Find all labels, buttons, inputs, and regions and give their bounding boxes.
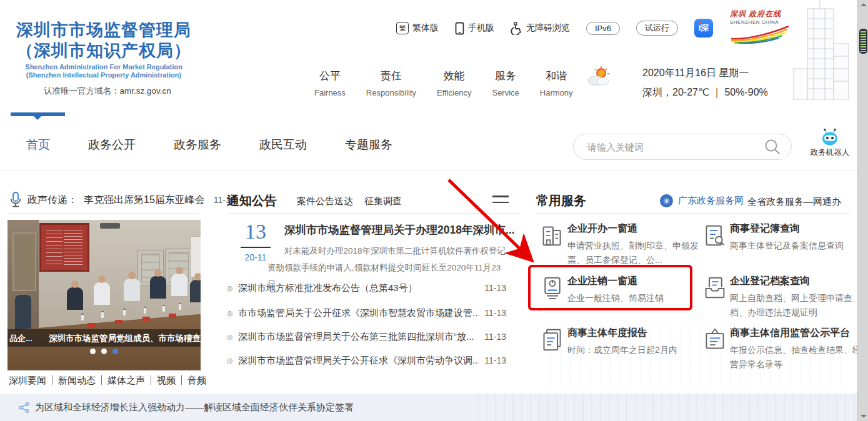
main-nav: 首页 政务公开 政务服务 政民互动 专题服务 [26, 137, 392, 153]
value-cn: 公平 [314, 69, 346, 83]
notice-list-item[interactable]: ◎ 市市场监管局关于公开征求《深圳市智慧农贸市场建设管... 11-13 [227, 307, 506, 321]
value-en: Service [492, 88, 519, 97]
ticker-headline[interactable]: 李克强出席第15届东亚峰会 [84, 194, 205, 207]
portal-note-link[interactable]: 全省政务服务—网通办 [747, 196, 841, 208]
bullet-icon: ◎ [227, 333, 233, 341]
person-silhouette [94, 282, 110, 305]
ishenzhen-app-icon[interactable]: i深 [694, 19, 713, 37]
official-domain-note: 认准唯一官方域名：amr.sz.gov.cn [44, 86, 171, 97]
notice-list-item[interactable]: ◎ 深圳市市场监督管理局关于公开征求《深圳市劳动争议调... 11-13 [227, 355, 506, 369]
carousel-caption-bar: 品企... 深圳市市场监管局党组成员、市市场稽查局局 [7, 329, 201, 347]
service-title: 企业登记档案查询 [730, 275, 810, 288]
search-box [573, 134, 792, 160]
banner-headline[interactable]: 为区域和全球经济增长注入强劲动力——解读区域全面经济伙伴关系协定签署 [35, 402, 354, 414]
link-media-voice[interactable]: 媒体之声 [102, 375, 151, 385]
core-values-row: 公平 Fairness 责任 Responsibility 效能 Efficie… [314, 69, 573, 97]
link-news-updates[interactable]: 新闻动态 [52, 375, 102, 385]
value-cn: 和谐 [540, 69, 573, 83]
trial-run-badge[interactable]: 试运行 [636, 21, 678, 36]
value-cn: 服务 [492, 69, 519, 83]
carousel-prev-caption[interactable]: 品企... [9, 333, 32, 344]
notice-title: 深圳市市场监督管理局关于公开征求《深圳市劳动争议调... [238, 355, 479, 367]
portal-link-label: 广东政务服务网 [678, 195, 744, 207]
accessibility-label: 无障碍浏览 [526, 22, 570, 34]
mobile-label: 手机版 [468, 22, 494, 34]
carousel-dot-3[interactable] [112, 349, 118, 354]
nav-interaction[interactable]: 政民互动 [259, 137, 307, 153]
notice-date: 11-13 [484, 332, 506, 342]
value-en: Efficiency [437, 88, 471, 97]
news-ticker: 政声传递： 李克强出席第15届东亚峰会 11-15 [9, 191, 236, 209]
notice-tabs: 案件公告送达 征集调查 [297, 196, 402, 207]
active-tab-indicator [11, 112, 65, 116]
official-domain-label: 认准唯一官方域名： [44, 86, 120, 96]
link-video[interactable]: 视频 [151, 375, 182, 385]
featured-date-rule [241, 247, 271, 248]
traditional-label: 繁体版 [412, 22, 439, 34]
register-search-icon [704, 224, 726, 247]
notice-list-item[interactable]: ◎ 深圳市市场监督管理局关于公布第三批第四批深圳市“放... 11-13 [227, 331, 506, 345]
notice-list-item[interactable]: ◎ 深圳市地方标准批准发布公告（总第43号） 11-13 [227, 282, 506, 296]
nav-gov-disclosure[interactable]: 政务公开 [88, 137, 136, 153]
weather-text: 2020年11月16日 星期一 深圳，20-27℃ ｜ 50%-90% [642, 67, 768, 99]
service-title: 商事主体年度报告 [567, 327, 647, 340]
weather-detail: 深圳，20-27℃ ｜ 50%-90% [642, 86, 768, 99]
value-efficiency: 效能 Efficiency [437, 69, 471, 97]
right-column-divider [536, 213, 850, 214]
phone-icon [455, 22, 464, 35]
photo-carousel[interactable]: 品企... 深圳市市场监管局党组成员、市市场稽查局局 [7, 220, 201, 370]
nav-special-services[interactable]: 专题服务 [345, 137, 392, 153]
utility-bar: 繁 繁体版 手机版 无障碍浏览 IPv6 试运行 i深 [396, 19, 713, 37]
annual-report-icon [541, 328, 564, 352]
value-cn: 效能 [437, 69, 471, 83]
share-icon [19, 402, 29, 413]
service-title: 商事主体信用监管公示平台 [730, 327, 850, 340]
search-icon[interactable] [764, 138, 781, 156]
service-title: 企业开办一窗通 [567, 222, 637, 235]
guangdong-portal-icon: ✳ [660, 194, 673, 207]
guangdong-portal-link[interactable]: ✳ 广东政务服务网 [660, 194, 744, 207]
middle-column-divider [227, 213, 521, 214]
traditional-version-link[interactable]: 繁 繁体版 [396, 22, 439, 34]
mobile-version-link[interactable]: 手机版 [455, 22, 494, 35]
ipv6-badge[interactable]: IPv6 [586, 22, 620, 35]
notices-section-title[interactable]: 通知公告 [227, 192, 277, 209]
more-menu-icon[interactable] [492, 196, 509, 207]
link-shenzhen-news[interactable]: 深圳要闻 [9, 375, 52, 385]
service-desc: 申请营业执照、刻制印章、申领发票、员工参保登记、公... [567, 239, 700, 267]
search-input[interactable] [587, 142, 764, 152]
site-title-en-line1: Shenzhen Administration For Market Regul… [10, 63, 197, 71]
official-domain-value: amr.sz.gov.cn [120, 86, 171, 96]
link-audio[interactable]: 音频 [182, 375, 212, 385]
nav-home[interactable]: 首页 [26, 137, 50, 153]
weather-date: 2020年11月16日 星期一 [642, 67, 768, 80]
carousel-dot-1[interactable] [90, 349, 96, 354]
vertical-scrollbar [857, 0, 868, 421]
microphone-icon [9, 191, 22, 209]
featured-notice-title[interactable]: 深圳市市场监督管理局关于办理2018年深圳市... [284, 222, 514, 237]
shenzhen-logo-cn: 深圳 政府在线 [730, 9, 792, 19]
carousel-dot-2[interactable] [101, 349, 107, 354]
traditional-icon: 繁 [396, 22, 409, 34]
scrollbar-up-arrow[interactable] [861, 3, 867, 6]
person-silhouette [150, 276, 166, 299]
nav-gov-services[interactable]: 政务服务 [174, 137, 221, 153]
bullet-icon: ◎ [227, 357, 233, 365]
tab-case-announcements[interactable]: 案件公告送达 [297, 196, 353, 207]
scrollbar-thumb[interactable] [859, 29, 867, 54]
tab-surveys[interactable]: 征集调查 [364, 196, 402, 207]
service-desc: 商事主体登记及备案信息查询 [730, 239, 862, 253]
notice-date: 11-13 [484, 308, 506, 318]
page: 深圳市市场监督管理局 （深圳市知识产权局） Shenzhen Administr… [0, 0, 868, 421]
power-device-icon [541, 276, 564, 300]
value-en: Harmony [540, 88, 573, 97]
gov-robot-button[interactable]: 政务机器人 [810, 127, 850, 158]
value-en: Responsibility [366, 88, 416, 97]
carousel-caption[interactable]: 深圳市市场监管局党组成员、市市场稽查局局 [49, 333, 201, 344]
building-sketch-art [789, 0, 854, 100]
service-title: 商事登记簿查询 [730, 222, 800, 235]
scrollbar-down-arrow[interactable] [861, 415, 867, 418]
shenzhen-logo-en: SHENZHEN CHINA [730, 19, 792, 25]
accessibility-link[interactable]: 无障碍浏览 [511, 22, 570, 35]
notice-title: 深圳市市场监督管理局关于公布第三批第四批深圳市“放... [238, 331, 479, 343]
